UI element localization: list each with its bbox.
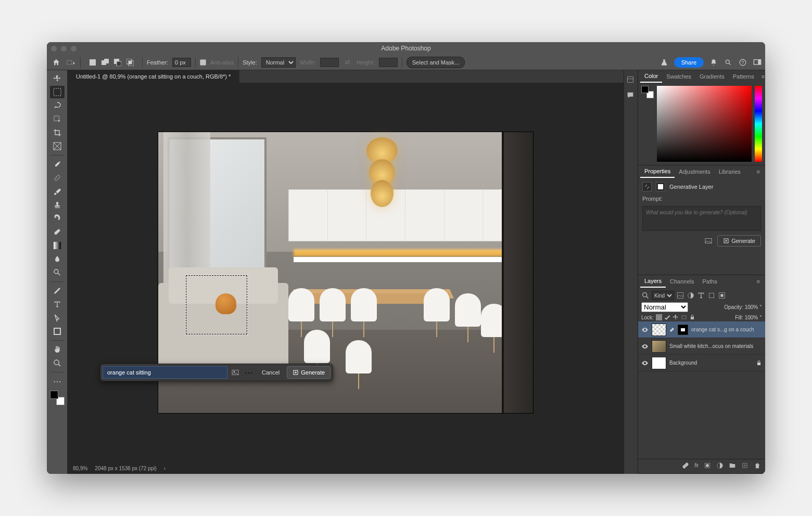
share-button[interactable]: Share (674, 57, 704, 68)
tab-paths[interactable]: Paths (699, 275, 721, 288)
more-options-icon[interactable]: ⋯ (243, 367, 255, 378)
new-selection-icon[interactable] (88, 58, 97, 67)
layer-name[interactable]: orange cat s...g on a couch (691, 327, 762, 332)
tab-libraries[interactable]: Libraries (715, 165, 745, 178)
bell-icon[interactable] (709, 58, 718, 67)
panel-menu-icon[interactable]: ≡ (754, 169, 763, 175)
lock-nested-icon[interactable] (681, 314, 687, 320)
visibility-icon[interactable] (641, 359, 649, 367)
zoom-level[interactable]: 80,9% (73, 466, 87, 471)
layer-item[interactable]: Background (638, 355, 765, 371)
intersect-selection-icon[interactable] (125, 58, 135, 67)
pen-tool-icon[interactable] (50, 285, 65, 297)
brush-tool-icon[interactable] (50, 185, 65, 198)
marquee-tool-icon[interactable] (50, 86, 65, 98)
mask-icon[interactable] (704, 462, 711, 469)
selection-marquee[interactable] (185, 275, 248, 335)
color-field[interactable] (657, 86, 752, 162)
gallery-icon[interactable] (704, 236, 713, 246)
comments-panel-icon[interactable] (626, 91, 636, 100)
maximize-window-icon[interactable] (71, 46, 77, 51)
opacity-value[interactable]: 100% (745, 304, 758, 310)
tab-gradients[interactable]: Gradients (695, 70, 729, 83)
tab-adjustments[interactable]: Adjustments (675, 165, 715, 178)
lock-all-icon[interactable] (689, 314, 695, 320)
color-fgbg-swatch[interactable] (641, 86, 654, 98)
document-dimensions[interactable]: 2048 px x 1536 px (72 ppi) (95, 466, 156, 471)
minimize-window-icon[interactable] (61, 46, 67, 51)
workspace-icon[interactable] (753, 58, 762, 67)
shape-tool-icon[interactable] (50, 325, 65, 338)
tab-channels[interactable]: Channels (666, 275, 698, 288)
filter-shape-icon[interactable] (707, 291, 716, 300)
new-layer-icon[interactable] (741, 462, 748, 469)
filter-pixel-icon[interactable] (676, 291, 684, 300)
lock-transparent-icon[interactable] (656, 314, 662, 320)
move-tool-icon[interactable] (50, 72, 65, 85)
generate-button[interactable]: Generate (287, 366, 331, 379)
frame-tool-icon[interactable] (50, 140, 65, 152)
filter-adjust-icon[interactable] (687, 291, 695, 300)
hue-slider[interactable] (755, 86, 762, 162)
tab-properties[interactable]: Properties (640, 165, 675, 178)
delete-icon[interactable] (754, 462, 761, 469)
tab-layers[interactable]: Layers (640, 275, 666, 288)
visibility-icon[interactable] (641, 343, 649, 350)
layer-item[interactable]: Small white kitch...ocus on materials (638, 338, 765, 355)
properties-generate-button[interactable]: Generate (717, 235, 761, 247)
fill-value[interactable]: 100% (745, 315, 758, 320)
style-select[interactable]: Normal (261, 57, 296, 68)
collapse-icon[interactable] (642, 182, 652, 191)
dodge-tool-icon[interactable] (50, 266, 65, 279)
search-icon[interactable] (724, 58, 733, 67)
blur-tool-icon[interactable] (50, 253, 65, 265)
adjustment-icon[interactable] (716, 462, 724, 469)
cancel-button[interactable]: Cancel (257, 366, 285, 379)
feather-input[interactable] (172, 58, 191, 67)
fx-icon[interactable]: fx (694, 462, 699, 468)
filter-type-icon[interactable] (697, 291, 705, 300)
type-tool-icon[interactable] (50, 298, 65, 311)
selection-tool-icon[interactable] (50, 113, 65, 125)
filter-kind-select[interactable]: Kind (652, 291, 674, 300)
layer-thumbnail[interactable] (652, 340, 666, 353)
layer-thumbnail[interactable] (652, 324, 666, 336)
tool-preset-icon[interactable] (67, 58, 76, 67)
help-icon[interactable]: ? (738, 58, 747, 67)
tab-patterns[interactable]: Patterns (729, 70, 758, 83)
layer-item[interactable]: orange cat s...g on a couch (638, 321, 765, 338)
document-tab[interactable]: Untitled-1 @ 80,9% (orange cat sitting o… (68, 70, 239, 83)
visibility-icon[interactable] (641, 326, 649, 333)
stamp-tool-icon[interactable] (50, 199, 65, 211)
status-chevron-icon[interactable]: › (164, 466, 166, 471)
lasso-tool-icon[interactable] (50, 99, 65, 112)
home-icon[interactable] (50, 56, 62, 69)
edit-toolbar-icon[interactable]: ⋯ (50, 375, 65, 388)
lock-pixels-icon[interactable] (664, 314, 670, 320)
crop-tool-icon[interactable] (50, 126, 65, 139)
link-layers-icon[interactable] (682, 462, 689, 469)
beaker-icon[interactable] (659, 58, 669, 67)
prompt-textarea[interactable] (642, 206, 761, 231)
healing-tool-icon[interactable] (50, 172, 65, 184)
panel-menu-icon[interactable]: ≡ (754, 278, 763, 285)
history-panel-icon[interactable] (626, 75, 636, 85)
layer-name[interactable]: Small white kitch...ocus on materials (669, 343, 762, 349)
select-and-mask-button[interactable]: Select and Mask... (407, 57, 465, 68)
add-selection-icon[interactable] (100, 58, 110, 67)
tab-color[interactable]: Color (640, 70, 662, 83)
blend-mode-select[interactable]: Normal (641, 302, 688, 312)
subtract-selection-icon[interactable] (113, 58, 122, 67)
path-select-icon[interactable] (50, 312, 65, 324)
layer-thumbnail[interactable] (652, 357, 666, 369)
history-brush-icon[interactable] (50, 212, 65, 225)
layer-mask-thumbnail[interactable] (678, 325, 688, 335)
eraser-tool-icon[interactable] (50, 226, 65, 238)
zoom-tool-icon[interactable] (50, 357, 65, 369)
gallery-icon[interactable] (230, 367, 241, 378)
filter-smart-icon[interactable] (718, 291, 726, 300)
close-window-icon[interactable] (51, 46, 57, 51)
filter-icon[interactable] (641, 291, 650, 300)
panel-menu-icon[interactable]: ≡ (758, 73, 765, 80)
tab-swatches[interactable]: Swatches (662, 70, 695, 83)
